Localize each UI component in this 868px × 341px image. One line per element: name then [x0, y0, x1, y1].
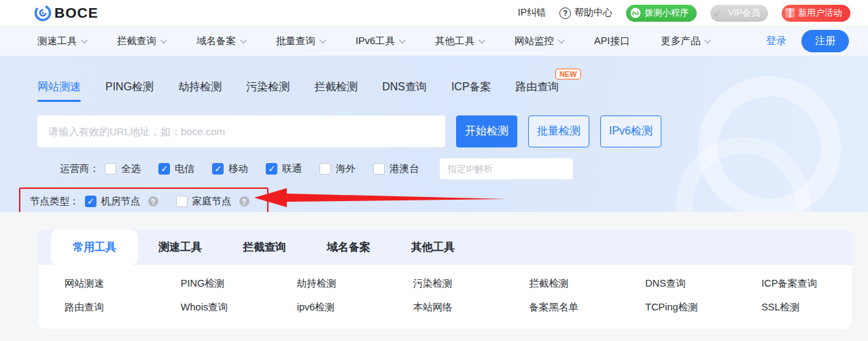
start-test-button[interactable]: 开始检测 [456, 115, 517, 147]
tools-tab-block[interactable]: 拦截查询 [222, 230, 307, 265]
tool-link-ipv6[interactable]: ipv6检测 [271, 295, 387, 319]
tab-ping[interactable]: PING检测 [105, 80, 154, 102]
chevron-down-icon [399, 37, 406, 43]
tool-link-ssl[interactable]: SSL检测 [735, 295, 852, 319]
hero-tabs: 网站测速 PING检测 劫持检测 污染检测 拦截检测 DNS查询 ICP备案 路… [0, 56, 868, 102]
logo-text: BOCE [54, 5, 99, 21]
checkbox-icon [319, 163, 331, 175]
nav-ipv6-tools[interactable]: IPv6工具 [355, 35, 404, 48]
nav-batch-query[interactable]: 批量查询 [276, 35, 324, 48]
chevron-down-icon [704, 37, 711, 43]
chevron-down-icon [81, 37, 88, 43]
operator-label: 运营商： [60, 162, 99, 175]
ipv6-test-button[interactable]: IPv6检测 [600, 115, 661, 147]
chevron-down-icon [479, 37, 485, 43]
checkbox-icon [105, 163, 116, 175]
tab-route[interactable]: 路由查询 NEW [516, 80, 559, 102]
register-button[interactable]: 注册 [801, 30, 849, 52]
tool-link-site-network[interactable]: 本站网络 [387, 295, 504, 319]
tool-link-icp-query[interactable]: ICP备案查询 [735, 272, 852, 295]
checkbox-select-all[interactable]: 全选 [105, 162, 141, 175]
boce-logo-icon [34, 4, 52, 22]
checkbox-checked-icon [158, 163, 170, 175]
gift-icon [785, 8, 795, 18]
tools-tab-speed[interactable]: 测速工具 [138, 230, 222, 265]
nav-speed-tools[interactable]: 测速工具 [37, 35, 86, 48]
tab-icp[interactable]: ICP备案 [451, 80, 491, 102]
tool-link-website-speed[interactable]: 网站测速 [39, 272, 155, 295]
tool-link-icp-blacklist[interactable]: 备案黑名单 [503, 295, 619, 319]
nav-site-monitor[interactable]: 网站监控 [515, 35, 563, 48]
tools-tab-other[interactable]: 其他工具 [391, 230, 475, 265]
checkbox-checked-icon [212, 163, 224, 175]
ip-correction-link[interactable]: IP纠错 [518, 7, 546, 19]
checkbox-mobile[interactable]: 移动 [212, 162, 248, 175]
boce-logo[interactable]: BOCE [34, 4, 99, 22]
checkbox-idc-node[interactable]: 机房节点 ? [85, 195, 158, 208]
checkbox-home-node[interactable]: 家庭节点 ? [176, 195, 249, 208]
vip-wing-icon: ✓ [713, 7, 722, 20]
url-input[interactable] [37, 115, 445, 147]
tools-tab-bar: 常用工具 测速工具 拦截查询 域名备案 其他工具 [39, 230, 852, 265]
checkbox-overseas[interactable]: 海外 [319, 162, 355, 175]
checkbox-unicom[interactable]: 联通 [266, 162, 302, 175]
tool-link-ping[interactable]: PING检测 [155, 272, 271, 295]
tool-link-tcping[interactable]: TCPing检测 [619, 295, 735, 319]
question-mark-icon[interactable]: ? [148, 196, 158, 207]
nav-api[interactable]: API接口 [594, 35, 629, 48]
tool-link-route[interactable]: 路由查询 [39, 295, 155, 319]
checkbox-icon [373, 163, 385, 175]
top-bar: BOCE IP纠错 ? 帮助中心 拨测小程序 ✓ VIP会员 新用户活动 [0, 0, 868, 26]
help-center-link[interactable]: ? 帮助中心 [559, 7, 612, 19]
chevron-down-icon [240, 37, 247, 43]
nav-other-tools[interactable]: 其他工具 [435, 35, 483, 48]
checkbox-checked-icon [266, 163, 277, 175]
tool-link-hijack[interactable]: 劫持检测 [271, 272, 387, 295]
chevron-down-icon [160, 37, 167, 43]
annotation-box: 节点类型： 机房节点 ? 家庭节点 ? [19, 187, 268, 212]
topbar-right: IP纠错 ? 帮助中心 拨测小程序 ✓ VIP会员 新用户活动 [518, 5, 850, 22]
checkbox-checked-icon [85, 196, 97, 207]
tool-link-block[interactable]: 拦截检测 [503, 272, 619, 295]
vip-badge[interactable]: ✓ VIP会员 [710, 5, 768, 22]
lower-section: 常用工具 测速工具 拦截查询 域名备案 其他工具 网站测速 PING检测 劫持检… [0, 212, 868, 329]
checkbox-hk-mo-tw[interactable]: 港澳台 [373, 162, 419, 175]
tools-tab-common[interactable]: 常用工具 [51, 230, 138, 265]
chevron-down-icon [558, 37, 565, 43]
tool-link-pollution[interactable]: 污染检测 [387, 272, 504, 295]
tool-link-whois[interactable]: Whois查询 [155, 295, 271, 319]
tab-block[interactable]: 拦截检测 [314, 80, 358, 102]
miniprogram-icon [630, 7, 641, 18]
node-type-label: 节点类型： [30, 195, 80, 208]
new-user-activity-badge[interactable]: 新用户活动 [782, 5, 850, 22]
ip-resolve-input[interactable] [440, 158, 573, 179]
tools-grid: 网站测速 PING检测 劫持检测 污染检测 拦截检测 DNS查询 ICP备案查询… [39, 265, 852, 329]
batch-test-button[interactable]: 批量检测 [528, 115, 589, 147]
miniprogram-badge[interactable]: 拨测小程序 [626, 5, 697, 22]
tools-tab-domain[interactable]: 域名备案 [307, 230, 391, 265]
tab-website-speed[interactable]: 网站测速 [37, 80, 81, 102]
checkbox-telecom[interactable]: 电信 [158, 162, 194, 175]
hero-section: 网站测速 PING检测 劫持检测 污染检测 拦截检测 DNS查询 ICP备案 路… [0, 56, 868, 212]
nav-block-query[interactable]: 拦截查询 [117, 35, 165, 48]
tools-card: 常用工具 测速工具 拦截查询 域名备案 其他工具 网站测速 PING检测 劫持检… [39, 230, 852, 329]
nav-more-products[interactable]: 更多产品 [661, 35, 709, 48]
nav-items: 测速工具 拦截查询 域名备案 批量查询 IPv6工具 其他工具 网站监控 API… [37, 35, 709, 48]
tab-dns[interactable]: DNS查询 [382, 80, 427, 102]
nav-right: 登录 注册 [766, 30, 849, 52]
tab-hijack[interactable]: 劫持检测 [178, 80, 222, 102]
checkbox-icon [176, 196, 188, 207]
nav-domain-icp[interactable]: 域名备案 [196, 35, 245, 48]
annotation-arrow [250, 186, 510, 208]
tab-pollution[interactable]: 污染检测 [246, 80, 290, 102]
tool-link-dns[interactable]: DNS查询 [619, 272, 735, 295]
login-link[interactable]: 登录 [766, 35, 786, 48]
main-nav: 测速工具 拦截查询 域名备案 批量查询 IPv6工具 其他工具 网站监控 API… [0, 26, 868, 56]
question-circle-icon: ? [559, 7, 571, 19]
new-badge: NEW [555, 69, 581, 79]
question-mark-icon[interactable]: ? [239, 196, 249, 207]
chevron-down-icon [319, 37, 326, 43]
